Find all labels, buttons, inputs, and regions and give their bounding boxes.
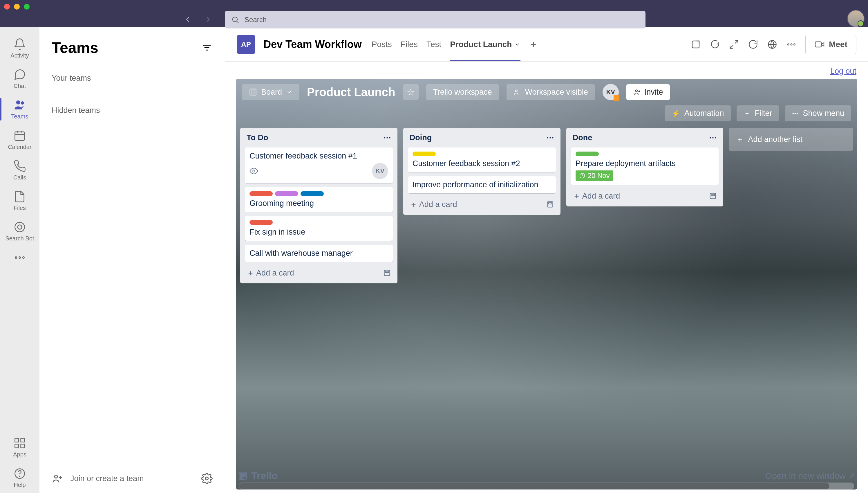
conversation-icon[interactable]	[710, 39, 720, 50]
card[interactable]: Call with warehouse manager	[245, 245, 393, 262]
template-icon[interactable]	[709, 192, 717, 200]
team-avatar[interactable]: AP	[237, 35, 255, 54]
label-purple	[275, 191, 298, 196]
card[interactable]: Customer feedback session #1 KV	[245, 148, 393, 183]
list-menu-icon[interactable]: ⋯	[709, 133, 717, 142]
label-blue	[300, 191, 324, 196]
list-menu-icon[interactable]: ⋯	[546, 133, 554, 142]
card[interactable]: Improve performance of initialization	[408, 176, 556, 193]
rail-activity[interactable]: Activity	[0, 33, 40, 64]
list-header[interactable]: To Do ⋯	[245, 132, 393, 144]
gear-icon[interactable]	[201, 473, 213, 484]
svg-point-42	[635, 90, 637, 92]
logout-link[interactable]: Log out	[830, 67, 856, 76]
label-red	[250, 220, 273, 225]
join-team-row[interactable]: Join or create a team	[52, 465, 213, 484]
rail-apps[interactable]: Apps	[0, 432, 40, 463]
card[interactable]: Customer feedback session #2	[408, 148, 556, 172]
trello-logo: Trello	[238, 470, 278, 481]
add-card-button[interactable]: ＋ Add a card	[571, 189, 719, 202]
add-list-button[interactable]: ＋Add another list	[729, 128, 853, 151]
filter-button[interactable]: Filter	[736, 105, 779, 121]
rail-help[interactable]: Help	[0, 463, 40, 493]
list-header[interactable]: Done ⋯	[571, 132, 719, 144]
rail-item-label: Calendar	[8, 144, 31, 150]
hidden-teams-link[interactable]: Hidden teams	[52, 100, 213, 121]
card[interactable]: Prepare deployment artifacts 20 Nov	[571, 148, 719, 185]
filter-icon[interactable]	[201, 42, 213, 53]
rail-files[interactable]: Files	[0, 186, 40, 216]
svg-point-0	[233, 17, 237, 22]
scroll-thumb[interactable]	[239, 483, 829, 489]
teams-icon	[13, 99, 26, 111]
list-todo: To Do ⋯ Customer feedback session #1 KV …	[240, 128, 397, 283]
list-header[interactable]: Doing ⋯	[408, 132, 556, 144]
board-member-avatar[interactable]: KV	[602, 84, 619, 100]
tab-files[interactable]: Files	[401, 27, 418, 61]
rail-searchbot[interactable]: Search Bot	[0, 216, 40, 246]
visibility-button[interactable]: Workspace visible	[506, 84, 595, 100]
add-card-button[interactable]: ＋ Add a card	[245, 266, 393, 279]
template-icon[interactable]	[383, 269, 391, 277]
svg-rect-28	[692, 41, 699, 48]
channel-header: AP Dev Team Workflow Posts Files Test Pr…	[225, 27, 868, 62]
rail-calendar[interactable]: Calendar	[0, 125, 40, 155]
star-board-button[interactable]: ☆	[403, 84, 419, 100]
svg-rect-61	[243, 473, 245, 476]
tab-test[interactable]: Test	[427, 27, 441, 61]
globe-icon[interactable]	[767, 39, 777, 50]
nav-back-icon[interactable]	[183, 15, 192, 26]
expand-tab-icon[interactable]	[690, 39, 701, 50]
your-teams-link[interactable]: Your teams	[52, 68, 213, 89]
card-title: Call with warehouse manager	[250, 249, 388, 258]
svg-rect-55	[548, 203, 552, 204]
left-rail: Activity Chat Teams Calendar Calls Files…	[0, 27, 40, 493]
rail-teams[interactable]: Teams	[0, 94, 40, 125]
tab-posts[interactable]: Posts	[372, 27, 392, 61]
svg-rect-13	[15, 438, 19, 442]
add-card-button[interactable]: ＋ Add a card	[408, 197, 556, 210]
minimize-window[interactable]	[14, 4, 20, 9]
invite-button[interactable]: Invite	[626, 84, 670, 100]
card-member-avatar[interactable]: KV	[372, 163, 388, 179]
automation-button[interactable]: ⚡Automation	[665, 105, 731, 121]
template-icon[interactable]	[546, 200, 554, 209]
card-title: Customer feedback session #2	[413, 159, 551, 168]
svg-rect-4	[15, 132, 25, 140]
people-add-icon	[52, 473, 63, 484]
rail-chat[interactable]: Chat	[0, 64, 40, 94]
reload-icon[interactable]	[748, 39, 758, 50]
rail-item-label: Search Bot	[5, 235, 34, 242]
board-title[interactable]: Product Launch	[307, 86, 395, 99]
workspace-button[interactable]: Trello workspace	[426, 84, 499, 100]
label-yellow	[413, 152, 436, 156]
meet-button[interactable]: Meet	[805, 35, 856, 54]
search-input[interactable]: Search	[225, 11, 645, 28]
close-window[interactable]	[4, 4, 10, 9]
tab-product-launch[interactable]: Product Launch	[450, 27, 521, 61]
label-red	[250, 191, 273, 196]
list-menu-icon[interactable]: ⋯	[383, 133, 391, 142]
svg-point-2	[17, 101, 20, 104]
svg-point-11	[19, 257, 21, 258]
popout-icon[interactable]	[729, 39, 739, 50]
rail-more[interactable]	[0, 246, 40, 269]
maximize-window[interactable]	[24, 4, 29, 9]
more-icon[interactable]	[786, 39, 797, 50]
horizontal-scrollbar[interactable]	[239, 483, 854, 490]
board-view-button[interactable]: Board	[242, 84, 299, 100]
user-avatar[interactable]	[847, 10, 865, 27]
card[interactable]: Fix sign in issue	[245, 216, 393, 241]
teams-title: Teams	[52, 39, 213, 56]
rail-calls[interactable]: Calls	[0, 155, 40, 186]
card[interactable]: Grooming meeting	[245, 187, 393, 212]
svg-line-30	[730, 45, 733, 48]
trello-board: Board Product Launch ☆ Trello workspace …	[236, 79, 857, 490]
nav-forward-icon[interactable]	[204, 15, 212, 26]
add-tab[interactable]	[529, 27, 538, 61]
svg-marker-37	[821, 43, 824, 46]
show-menu-button[interactable]: Show menu	[785, 105, 851, 121]
list-done: Done ⋯ Prepare deployment artifacts 20 N…	[566, 128, 724, 207]
open-new-window-link[interactable]: Open in new window ↗	[765, 471, 855, 481]
more-icon	[13, 251, 26, 264]
